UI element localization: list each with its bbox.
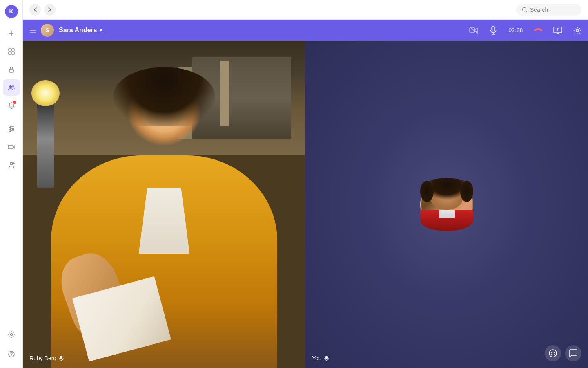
svg-rect-2 xyxy=(9,49,11,51)
sidebar-item-grid[interactable] xyxy=(3,43,20,60)
video-label-left: Ruby Berg xyxy=(29,355,64,361)
search-bar[interactable] xyxy=(516,4,581,16)
sidebar-item-tools[interactable] xyxy=(3,121,20,137)
svg-rect-6 xyxy=(9,69,13,72)
svg-rect-5 xyxy=(12,52,14,54)
video-area: Ruby Berg xyxy=(23,41,588,368)
svg-point-35 xyxy=(576,29,579,32)
video-panel-left: Ruby Berg xyxy=(23,41,305,368)
video-toggle-button[interactable] xyxy=(466,23,481,38)
screen-share-button[interactable] xyxy=(550,23,565,38)
caller-name[interactable]: Sara Anders ▾ xyxy=(59,27,102,34)
mic-icon-left xyxy=(59,355,64,361)
svg-point-42 xyxy=(554,352,555,353)
svg-point-13 xyxy=(9,130,11,132)
svg-point-12 xyxy=(9,126,11,128)
call-header: S Sara Anders ▾ 02:38 xyxy=(23,20,588,41)
search-icon xyxy=(522,7,528,13)
mic-toggle-button[interactable] xyxy=(486,23,501,38)
mic-icon-right xyxy=(324,355,329,361)
svg-rect-3 xyxy=(12,49,14,51)
sidebar-item-alerts[interactable] xyxy=(3,97,20,114)
svg-point-7 xyxy=(9,85,12,88)
bottom-right-controls xyxy=(545,345,581,361)
svg-point-23 xyxy=(523,7,526,11)
sidebar-item-contacts[interactable] xyxy=(3,79,20,96)
sidebar-item-help[interactable] xyxy=(3,346,20,362)
sidebar-divider-1 xyxy=(7,117,16,117)
you-avatar-container xyxy=(420,178,473,231)
svg-point-8 xyxy=(12,85,14,88)
video-panel-right: You xyxy=(305,41,588,368)
call-timer: 02:38 xyxy=(506,27,526,34)
video-label-right: You xyxy=(312,355,329,361)
sidebar-item-settings[interactable] xyxy=(3,326,20,343)
user-avatar[interactable]: K xyxy=(5,5,18,18)
svg-point-10 xyxy=(12,128,14,130)
svg-point-20 xyxy=(10,334,12,336)
svg-point-41 xyxy=(551,352,552,353)
svg-rect-36 xyxy=(60,356,62,359)
end-call-button[interactable] xyxy=(531,23,546,38)
emoji-button[interactable] xyxy=(545,345,561,361)
sidebar-item-camera[interactable] xyxy=(3,139,20,155)
svg-point-9 xyxy=(9,128,11,130)
sidebar-item-lock[interactable] xyxy=(3,61,20,78)
back-button[interactable] xyxy=(29,4,41,16)
you-avatar xyxy=(420,178,473,231)
svg-point-17 xyxy=(10,162,13,165)
sidebar-item-group[interactable] xyxy=(3,157,20,173)
forward-button[interactable] xyxy=(44,4,56,16)
sidebar: K xyxy=(0,0,23,368)
topnav xyxy=(23,0,588,20)
svg-rect-4 xyxy=(9,52,11,54)
expand-icon[interactable] xyxy=(29,27,36,34)
svg-point-40 xyxy=(549,350,557,357)
chat-button[interactable] xyxy=(565,345,581,361)
sidebar-bottom xyxy=(3,325,20,363)
sidebar-item-compose[interactable] xyxy=(3,25,20,42)
svg-rect-38 xyxy=(325,356,328,359)
svg-point-22 xyxy=(11,355,12,356)
caller-avatar: S xyxy=(41,24,54,37)
search-input[interactable] xyxy=(530,7,571,13)
call-settings-button[interactable] xyxy=(573,26,581,34)
main-area: S Sara Anders ▾ 02:38 xyxy=(23,0,588,368)
svg-rect-16 xyxy=(8,145,13,149)
svg-rect-27 xyxy=(470,28,475,32)
chevron-down-icon: ▾ xyxy=(100,27,102,33)
svg-rect-29 xyxy=(492,26,495,31)
